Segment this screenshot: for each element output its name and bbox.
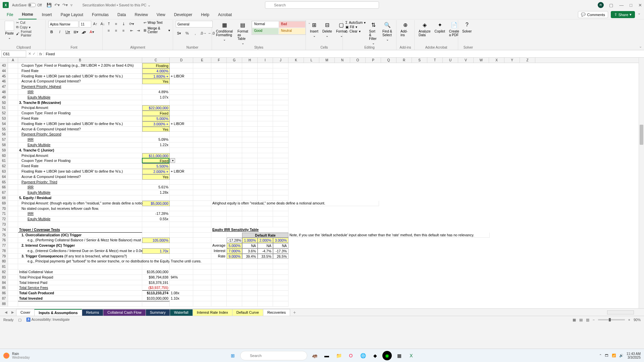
align-left-icon[interactable]: ≡ [105,27,112,34]
column-header[interactable]: L [304,58,319,63]
cell[interactable] [193,148,211,153]
cell[interactable]: 3.000% + [142,121,170,127]
cell[interactable]: Equity Multiple [18,142,142,148]
cell[interactable] [211,301,227,307]
cell[interactable] [142,222,170,227]
row-header[interactable]: 63 [0,169,8,174]
cell[interactable]: 4.000% [142,68,170,74]
cell[interactable] [273,74,288,79]
row-header[interactable]: 49 [0,95,8,100]
cell[interactable] [8,280,18,286]
cell[interactable] [170,116,193,121]
column-header[interactable]: W [474,58,489,63]
sheet-tab-inputs---assumptions[interactable]: Inputs & Assumptions [34,309,82,316]
row-header[interactable]: 82 [0,269,8,275]
cell[interactable]: -17.28% [227,238,242,243]
cell[interactable] [273,127,288,132]
cell[interactable] [193,158,211,164]
row-header[interactable]: 80 [0,259,8,264]
cell[interactable] [258,174,273,180]
addins-button[interactable]: ⊕Add-ins [399,21,412,37]
cell[interactable] [170,63,193,68]
cell[interactable]: 0.55x [142,217,170,222]
cell[interactable] [227,158,242,164]
row-header[interactable]: 77 [0,243,8,248]
autosave-toggle[interactable]: AutoSave Off [12,3,42,7]
row-header[interactable]: 44 [0,68,8,74]
cell[interactable] [242,291,258,296]
cell[interactable] [242,127,258,132]
column-header[interactable]: K [288,58,304,63]
document-title[interactable]: Securitization Model • Saved to this PC … [83,3,151,7]
cell[interactable] [273,63,288,68]
cell[interactable] [242,180,258,185]
cell[interactable]: Equity Multiple [18,95,142,100]
align-middle-icon[interactable]: ≡ [113,21,119,27]
column-header[interactable]: A [8,58,18,63]
cell[interactable] [211,79,227,84]
cell[interactable]: + LIBOR [170,169,193,174]
sheet-tab-recoveries[interactable]: Recoveries [263,309,290,316]
cell[interactable]: Coupon Type: Fixed or Floating [18,158,142,164]
cell[interactable] [227,164,242,169]
cell[interactable]: Total Principal Repaid [18,275,142,280]
formula-input[interactable] [44,51,644,57]
cell[interactable] [242,296,258,301]
increase-indent-icon[interactable]: ⇥ [135,27,142,34]
select-all-icon[interactable] [0,58,8,63]
cell[interactable] [258,296,273,301]
cell[interactable] [170,217,193,222]
cell[interactable] [193,142,211,148]
cell[interactable]: Accrue & Compound Unpaid Interest? [18,79,142,84]
cell[interactable]: Fixed [142,158,170,164]
column-header[interactable]: Z [520,58,535,63]
cancel-formula-icon[interactable]: ✕ [28,52,31,56]
row-header[interactable]: 83 [0,275,8,280]
cell[interactable]: 4. Tranche C (Junior) [18,148,142,153]
cell[interactable] [227,206,242,212]
cell[interactable] [211,233,227,238]
column-header[interactable]: N [335,58,350,63]
cell[interactable] [170,233,193,238]
cell[interactable] [273,68,288,74]
row-header[interactable]: 48 [0,89,8,95]
cell[interactable] [193,185,211,190]
cell[interactable] [242,137,258,142]
row-header[interactable]: 88 [0,301,8,307]
cell[interactable] [211,185,227,190]
column-header[interactable]: X [489,58,504,63]
insert-cells-button[interactable]: ⊞Insert⌄ [309,21,320,38]
cell[interactable] [193,238,211,243]
cell[interactable] [273,280,288,286]
row-header[interactable]: 81 [0,264,8,269]
cell[interactable] [273,296,288,301]
cell[interactable] [8,259,18,264]
cell[interactable]: 1.800% + [142,74,170,79]
ribbon-display-icon[interactable]: ▢ [609,3,613,8]
cell[interactable] [227,132,242,137]
cell[interactable] [273,116,288,121]
page-break-view-icon[interactable]: ▥ [586,318,589,322]
wifi-icon[interactable]: 📶 [612,354,616,357]
cell[interactable] [227,89,242,95]
cell[interactable] [273,195,288,201]
cell[interactable] [193,233,211,238]
row-header[interactable]: 60 [0,153,8,159]
cell[interactable] [242,185,258,190]
row-header[interactable]: 66 [0,185,8,190]
row-header[interactable]: 43 [0,63,8,68]
cell[interactable] [8,264,18,269]
cell[interactable] [170,84,193,89]
cell[interactable] [170,153,193,159]
cell[interactable]: 1. Overcollateralization (OC) Trigger [18,233,142,238]
cell[interactable] [242,121,258,127]
cell[interactable] [258,169,273,174]
cell[interactable] [227,275,242,280]
cut-button[interactable]: ✂ Cut [16,21,43,24]
cell[interactable] [258,269,273,275]
cell[interactable] [258,264,273,269]
cell-styles-gallery[interactable]: Normal Bad Good Neutral [252,21,306,35]
cell[interactable] [193,68,211,74]
cell[interactable] [193,169,211,174]
row-header[interactable]: 69 [0,201,8,206]
